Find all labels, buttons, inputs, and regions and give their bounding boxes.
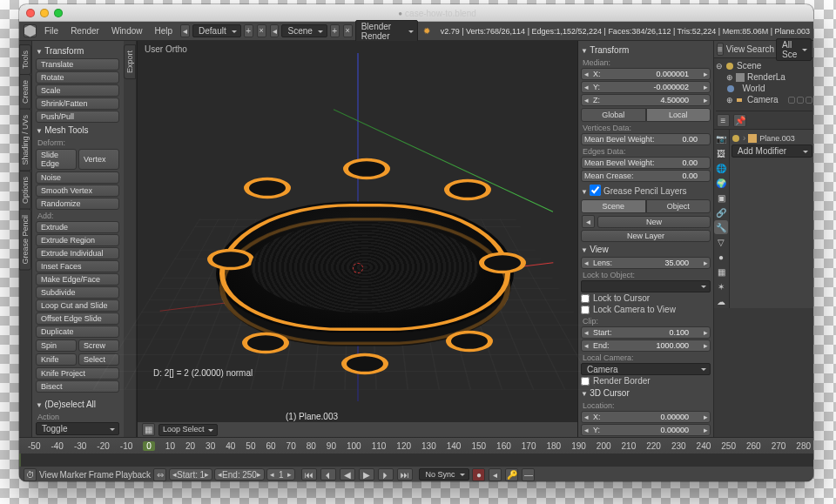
menu-window[interactable]: Window [106, 24, 148, 38]
panel-transform[interactable]: Transform [36, 44, 120, 57]
tab-texture-icon[interactable]: ▦ [714, 265, 728, 279]
btn-subdivide[interactable]: Subdivide [36, 286, 119, 299]
btn-duplicate[interactable]: Duplicate [36, 326, 119, 338]
tab-particles-icon[interactable]: ✶ [714, 279, 728, 293]
local-camera-dropdown[interactable]: Camera [581, 363, 711, 375]
gp-enable-checkbox[interactable] [590, 185, 601, 196]
timeline-track[interactable] [19, 454, 813, 467]
timeline-type-icon[interactable]: ⏱ [24, 468, 37, 481]
tab-world-icon[interactable]: 🌍 [714, 176, 728, 190]
btn-pushpull[interactable]: Push/Pull [36, 111, 119, 123]
tab-object-icon[interactable]: ▣ [714, 191, 728, 205]
vtab-options[interactable]: Options [19, 171, 31, 210]
outliner-view[interactable]: View [726, 44, 745, 54]
mean-bevel-weight-e[interactable]: Mean Bevel Weight:0.00 [581, 157, 711, 169]
vtab-grease[interactable]: Grease Pencil [19, 209, 31, 271]
btn-rotate[interactable]: Rotate [36, 71, 119, 84]
space-global[interactable]: Global [581, 108, 646, 122]
btn-extrude-region[interactable]: Extrude Region [36, 234, 119, 246]
tab-renderlayers-icon[interactable]: 🖼 [714, 146, 728, 160]
timeline-frame[interactable]: Frame [89, 470, 114, 480]
lock-camera-to-view[interactable]: Lock Camera to View [581, 304, 711, 315]
mean-bevel-weight-v[interactable]: Mean Bevel Weight:0.00 [581, 133, 711, 145]
sync-dropdown[interactable]: No Sync [419, 468, 469, 480]
autokey-icon[interactable]: ● [472, 468, 485, 481]
vtab-shading[interactable]: Shading / UVs [19, 109, 31, 171]
outliner-scene[interactable]: ⊖ Scene [716, 60, 812, 71]
keyframe-next-icon[interactable]: ⏵ [378, 468, 394, 480]
editor-type-icon[interactable] [24, 24, 37, 37]
scene-add-icon[interactable]: + [330, 24, 340, 37]
mesh-object[interactable] [216, 154, 514, 380]
outliner-camera[interactable]: ⊕ Camera [716, 94, 812, 105]
outliner-type-icon[interactable]: ≡ [717, 43, 724, 56]
vtab-tools[interactable]: Tools [19, 44, 31, 75]
render-engine-dropdown[interactable]: Blender Render [355, 20, 418, 43]
gp-scene[interactable]: Scene [581, 199, 646, 213]
frame-start[interactable]: ◂ Start: 1 ▸ [169, 468, 212, 480]
redo-panel[interactable]: (De)select All [36, 398, 120, 411]
jump-start-icon[interactable]: ⏮ [301, 468, 317, 480]
tab-data-icon[interactable]: ▽ [714, 235, 728, 249]
play-reverse-icon[interactable]: ◀ [340, 468, 355, 480]
layout-add-icon[interactable]: + [244, 24, 253, 37]
layout-del-icon[interactable]: × [257, 24, 266, 37]
key-delete-icon[interactable]: — [522, 468, 535, 481]
outliner-filter[interactable]: All Sce [776, 38, 812, 61]
tab-render-icon[interactable]: 📷 [714, 131, 728, 145]
panel-meshtools[interactable]: Mesh Tools [36, 124, 120, 137]
tab-constraints-icon[interactable]: 🔗 [714, 205, 728, 219]
gp-new[interactable]: New [597, 216, 711, 228]
menu-file[interactable]: File [39, 24, 64, 38]
outliner-world[interactable]: World [716, 83, 812, 94]
btn-knife[interactable]: Knife [36, 353, 77, 366]
tab-physics-icon[interactable]: ☁ [714, 294, 728, 308]
minimize-window[interactable] [40, 9, 49, 17]
btn-scale[interactable]: Scale [36, 84, 119, 97]
zoom-window[interactable] [54, 9, 63, 17]
median-x[interactable]: ◂X:0.000001▸ [581, 68, 711, 80]
tab-scene-icon[interactable]: 🌐 [714, 161, 728, 175]
menu-help[interactable]: Help [150, 24, 179, 38]
btn-shrink[interactable]: Shrink/Fatten [36, 97, 119, 110]
tab-modifiers-icon[interactable]: 🔧 [714, 220, 728, 234]
gp-new-layer[interactable]: New Layer [581, 230, 711, 242]
btn-extrude[interactable]: Extrude [36, 221, 119, 233]
gp-browse-icon[interactable]: ◂ [582, 215, 595, 228]
action-dropdown[interactable]: Toggle [36, 422, 119, 435]
props-pin-icon[interactable]: 📌 [733, 114, 746, 127]
screen-layout-dropdown[interactable]: Default [192, 24, 241, 37]
btn-inset[interactable]: Inset Faces [36, 260, 119, 272]
layout-prev-icon[interactable]: ◂ [180, 24, 190, 37]
btn-extrude-individual[interactable]: Extrude Individual [36, 247, 119, 259]
frame-current[interactable]: ◂ 1 ▸ [266, 468, 296, 480]
editor-type-3dview-icon[interactable]: ▦ [142, 423, 155, 436]
scene-del-icon[interactable]: × [343, 24, 353, 37]
npanel-gp[interactable]: Grease Pencil Layers [581, 183, 711, 198]
vtab-create[interactable]: Create [19, 74, 31, 110]
props-header-icon[interactable]: ≡ [717, 114, 730, 127]
3d-viewport[interactable]: User Ortho (1) Plane.003 D: 2[] = 2 (2.0… [137, 41, 578, 437]
clip-start[interactable]: ◂Start:0.100▸ [581, 326, 711, 339]
frame-end[interactable]: ◂ End: 250 ▸ [214, 468, 265, 480]
btn-randomize[interactable]: Randomize [36, 198, 119, 210]
key-insert-icon[interactable]: 🔑 [505, 468, 518, 481]
timeline-view[interactable]: View [39, 470, 58, 480]
scene-dropdown[interactable]: Scene [281, 24, 327, 37]
range-icon[interactable]: ⇔ [153, 468, 166, 481]
btn-screw[interactable]: Screw [78, 339, 119, 352]
play-icon[interactable]: ▶ [359, 468, 374, 480]
mode-dropdown[interactable]: Loop Select [158, 424, 218, 436]
btn-translate[interactable]: Translate [36, 58, 119, 71]
space-local[interactable]: Local [646, 108, 711, 122]
btn-make-edge-face[interactable]: Make Edge/Face [36, 273, 119, 286]
tab-material-icon[interactable]: ● [714, 250, 728, 264]
keyframe-prev-icon[interactable]: ⏴ [320, 468, 336, 480]
lens-field[interactable]: ◂Lens:35.000▸ [581, 257, 711, 269]
outliner-renderlayers[interactable]: ⊕ RenderLa [716, 71, 812, 83]
btn-offset-edge[interactable]: Offset Edge Slide [36, 312, 119, 325]
mean-crease[interactable]: Mean Crease:0.00 [581, 170, 711, 182]
lock-object-dropdown[interactable] [581, 280, 711, 292]
btn-noise[interactable]: Noise [36, 171, 119, 184]
btn-spin[interactable]: Spin [36, 339, 77, 352]
